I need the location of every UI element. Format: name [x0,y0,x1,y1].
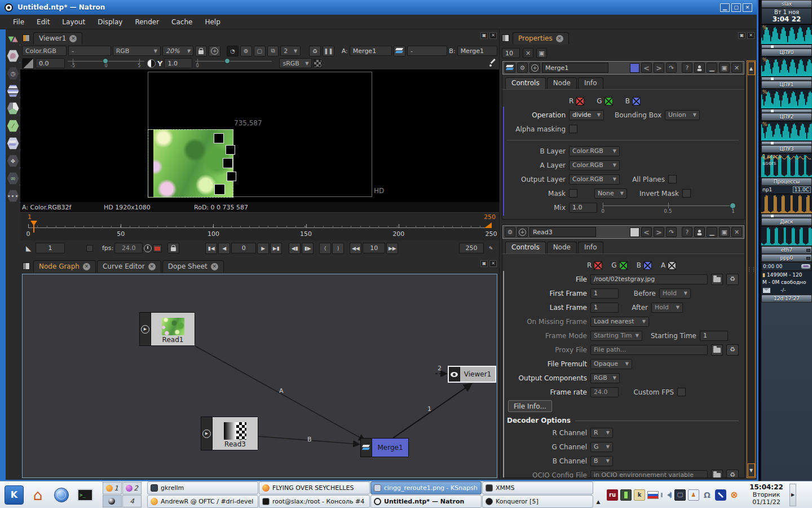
next-increment-button[interactable]: ▶▶ [386,243,398,254]
r-channel-select[interactable]: R▼ [590,428,613,438]
layer-select[interactable]: Color.RGB [22,46,67,56]
after-select[interactable]: Hold▼ [651,303,683,313]
alpha-channel-select[interactable]: - [68,46,111,56]
playhead-icon[interactable] [30,221,37,226]
read3-tab-info[interactable]: Info [578,242,603,253]
terminal-button[interactable]: >_ [76,485,95,505]
first-frame-input[interactable]: 1 [590,288,619,299]
file-reload-icon[interactable]: ♻ [726,274,739,285]
ocio-config-input[interactable]: in OCIO environnement variable [590,470,708,479]
prev-increment-button[interactable]: ◀◀ [350,243,361,254]
gain-input[interactable]: 0.0 [36,58,65,68]
wipe-select[interactable]: - [407,46,447,56]
home-button[interactable]: ⌂ [28,485,47,505]
frame-mode-select[interactable]: Starting Tim▼ [590,331,642,341]
image-nodes-icon[interactable]: ▼▲ [7,32,19,45]
display-channels-select[interactable]: RGB▼ [113,46,161,56]
close-pane-icon[interactable]: ✕ [489,260,497,267]
channel-nodes-icon[interactable] [7,85,19,97]
pane-anchor-icon[interactable] [502,34,509,42]
next-keyframe-button[interactable]: ⟩ [332,243,344,254]
input-b-select[interactable]: Merge1 [457,46,497,56]
bounding-box-select[interactable]: Union▼ [665,110,700,120]
edit-range-icon[interactable]: ✎ [485,243,497,254]
custom-fps-checkbox[interactable] [677,388,686,396]
gamma-slider[interactable]: 0 [194,58,273,69]
float-pane-icon[interactable]: ▣ [480,32,488,39]
hide-unmodified-icon[interactable] [694,227,705,237]
center-image-icon[interactable]: + [209,46,220,56]
settings-gear-icon[interactable]: ⚙ [505,227,515,237]
pager-desktop-3[interactable] [103,495,122,507]
minimize-icon[interactable]: ▁ [720,3,730,12]
menu-file[interactable]: File [7,16,30,28]
volume-icon[interactable] [661,489,672,501]
views-nodes-icon[interactable]: ∞ [7,172,19,185]
invert-mask-checkbox[interactable] [682,189,691,198]
proxy-reload-icon[interactable]: ♻ [726,344,739,356]
minimize-panel-icon[interactable]: ▁ [707,63,717,73]
color-nodes-icon[interactable] [7,102,19,115]
tab-curve-editor[interactable]: Curve Editor✕ [97,260,161,273]
read3-tab-controls[interactable]: Controls [505,242,546,253]
close-pane-icon[interactable]: ✕ [489,32,497,39]
ocio-browse-icon[interactable] [711,470,723,479]
input-a-select[interactable]: Merge1 [350,46,392,56]
panel-expand-icon[interactable]: ▲ [594,499,602,508]
play-backward-button[interactable]: ◀▮ [289,243,301,254]
zoom-lock-icon[interactable] [195,46,207,56]
alpha-masking-checkbox[interactable] [569,125,577,133]
timeline-bounds-icon[interactable]: ◣ [23,243,34,254]
on-missing-frame-select[interactable]: Load nearest▼ [590,317,649,327]
menu-layout[interactable]: Layout [56,16,91,28]
pager-desktop-4[interactable]: 4 [122,495,142,507]
first-frame-button[interactable]: ▮◀ [205,243,217,254]
scroll-grip[interactable]: ⋮⋮ [747,266,756,272]
tab-dope-sheet[interactable]: Dope Sheet✕ [162,260,224,273]
in-frame-input[interactable]: 1 [36,243,65,253]
transform-nodes-icon[interactable]: ✥ [7,155,19,167]
pane-anchor-icon[interactable] [23,262,30,270]
headset-icon[interactable]: Ω [701,489,713,501]
task-xmms[interactable]: XMMS [482,481,593,494]
render-settings-icon[interactable]: ⚙ [240,46,252,56]
maximize-icon[interactable]: ▢ [731,3,741,12]
before-select[interactable]: Hold▼ [659,288,691,299]
display-settings-icon[interactable]: 🖵 [674,489,686,501]
undo-icon[interactable]: < [641,63,652,73]
remote-desktop-icon[interactable] [715,489,726,501]
gain-swatch-icon[interactable] [22,58,34,69]
tab-properties[interactable]: Properties✕ [513,32,569,45]
prev-keyframe-button[interactable]: ⟨ [319,243,331,254]
refresh-icon[interactable]: ♻ [309,46,321,56]
scroll-down-icon[interactable]: ▼ [748,463,755,477]
close-icon[interactable]: ✕ [743,3,752,12]
tab-close-icon[interactable]: ✕ [69,35,77,42]
frame-rate-input[interactable]: 24.0 [590,387,619,397]
play-forward-button[interactable]: ▮▶ [302,243,314,254]
clip-to-project-icon[interactable]: ◔ [227,46,239,56]
color-picker-icon[interactable] [488,59,497,68]
file-premult-select[interactable]: Opaque▼ [590,359,632,369]
menu-help[interactable]: Help [198,16,226,28]
task-ksnapshot[interactable]: cingg_reroute1.png - KSnapsh [370,481,482,494]
wipe-operator-icon[interactable] [394,46,405,56]
organizer-icon[interactable]: ♟ [688,489,699,501]
node-name-input[interactable]: Read3 [529,227,596,237]
node-graph-canvas[interactable]: A B 1 2 ▶ Read1 ▶ Read3 [22,274,497,478]
center-node-icon[interactable]: + [517,227,528,237]
channel-b-checkbox[interactable] [643,261,652,270]
minimize-panels-icon[interactable]: ▣ [536,48,547,58]
minimize-panel-icon[interactable]: ▁ [707,227,717,237]
mix-input[interactable]: 1.0 [569,203,597,213]
filter-nodes-icon[interactable]: ⁄ [7,120,19,132]
proxy-level-select[interactable]: 2▼ [280,46,301,56]
redo-icon[interactable]: > [654,227,664,237]
menu-edit[interactable]: Edit [30,16,56,28]
file-browse-icon[interactable] [711,274,723,285]
tab-close-icon[interactable]: ✕ [83,263,90,270]
restore-defaults-icon[interactable]: ↷ [666,227,677,237]
clear-panels-icon[interactable]: ✕ [523,48,533,58]
task-konsole[interactable]: root@slax:/root - Консоль #4 [259,495,370,508]
out-frame-input[interactable]: 250 [459,243,484,253]
